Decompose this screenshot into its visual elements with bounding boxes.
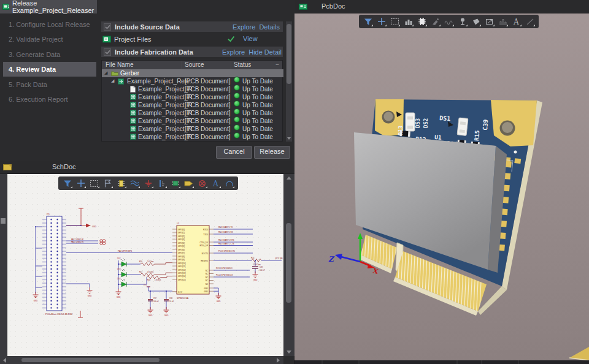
scroll-down-icon[interactable] — [287, 351, 291, 354]
z-axis-arrow-icon — [335, 254, 342, 260]
svg-text:DS3: DS3 — [117, 268, 121, 270]
led-cluster[interactable]: GND DS2 R16 1 KOhm DS3 — [116, 257, 173, 298]
source-checkbox[interactable] — [104, 23, 111, 31]
release-button[interactable]: Release — [254, 146, 290, 159]
svg-text:10 nF: 10 nF — [169, 300, 174, 303]
no-erc-icon[interactable] — [196, 178, 209, 189]
schdoc-vscrollbar[interactable] — [283, 174, 294, 356]
step-review-data[interactable]: 4. Review Data — [3, 62, 96, 77]
fabrication-explore-link[interactable]: Explore — [222, 48, 245, 56]
schdoc-titlebar[interactable]: SchDoc — [0, 161, 294, 174]
fabrication-hide-detail-link[interactable]: Hide Detail — [248, 48, 282, 56]
fabrication-checkbox[interactable] — [104, 48, 111, 56]
col-source[interactable]: Source — [185, 61, 204, 69]
step-execution-report[interactable]: 6. Execution Report — [3, 92, 96, 107]
col-file-name[interactable]: File Name — [106, 61, 134, 69]
source-details-link[interactable]: Details — [259, 23, 280, 31]
filter-icon[interactable] — [361, 16, 374, 27]
room-icon[interactable] — [483, 16, 496, 27]
collapse-all-icon[interactable]: − — [275, 61, 279, 69]
table-row[interactable]: Example_Project_R [PCB Document] Up To D… — [102, 117, 283, 125]
move-icon[interactable] — [74, 178, 87, 189]
schematic-canvas[interactable]: P1 PCIeMini-CN-52-M-R32 GND GND PA12 USB… — [7, 174, 283, 356]
trace-icon[interactable] — [429, 16, 442, 27]
via-icon[interactable] — [456, 16, 469, 27]
gerber-file-icon — [130, 94, 136, 100]
svg-text:GND: GND — [117, 296, 121, 298]
release-scrollbar[interactable] — [286, 21, 292, 142]
x-axis-label: X — [372, 267, 379, 276]
ic-u1[interactable]: U1 SPWF01SA GPIO[0] GPIO[1] GPIO[2] GPIO… — [172, 222, 214, 300]
check-icon — [106, 25, 110, 28]
move-icon[interactable] — [375, 16, 388, 27]
release-dialog-tab[interactable]: Release Example_Project_Releaser — [0, 0, 97, 13]
svg-text:R15: R15 — [251, 257, 255, 259]
plane-icon[interactable] — [469, 16, 482, 27]
scroll-right-icon[interactable] — [277, 358, 280, 363]
part-icon[interactable] — [115, 178, 128, 189]
source-explore-link[interactable]: Explore — [233, 23, 255, 31]
gnd-symbol — [33, 292, 39, 298]
scroll-up-icon[interactable] — [287, 176, 291, 180]
step-configure-local-release[interactable]: 1. Configure Local Release — [3, 17, 96, 32]
table-row[interactable]: ◢ Example_Project_Rele: [PCB Document] U… — [102, 77, 283, 85]
col-status[interactable]: Status — [234, 61, 251, 69]
wire-icon[interactable] — [128, 178, 141, 189]
wf-net: PA4 UPHR WF1 — [66, 250, 172, 253]
measure-icon[interactable] — [496, 16, 509, 27]
filter-icon[interactable] — [61, 178, 74, 189]
pcb-3d-viewport[interactable]: R13 DS3 DS2 DS1 R12 U1 R14 R15 C39 C37 — [294, 13, 589, 364]
component-icon[interactable] — [415, 16, 428, 27]
expand-arrow-icon[interactable]: ◢ — [104, 69, 107, 77]
svg-text:A: A — [513, 18, 519, 26]
svg-text:DS2: DS2 — [117, 257, 121, 260]
schdoc-hscrollbar[interactable] — [0, 356, 283, 364]
pcbdoc-icon — [299, 3, 307, 10]
step-generate-data[interactable]: 3. Generate Data — [3, 47, 96, 62]
pcbdoc-title: PcbDoc — [321, 2, 345, 10]
project-files-view-link[interactable]: View — [243, 35, 258, 42]
table-row[interactable]: Example_Project_R [PCB Document] Up To D… — [102, 101, 283, 109]
folder-row-gerber[interactable]: ◢ Gerber — [102, 69, 283, 77]
svg-text:R16: R16 — [139, 260, 143, 263]
region-icon[interactable] — [388, 16, 401, 27]
table-row[interactable]: Example_Project_R [PCB Document] Up To D… — [102, 109, 283, 117]
signal-icon[interactable] — [442, 16, 455, 27]
table-row[interactable]: Example_Project_R [PCB Document] Up To D… — [102, 93, 283, 101]
status-dot — [234, 77, 239, 82]
probe-icon[interactable] — [155, 178, 168, 189]
file-source: [PCB Document] — [185, 109, 230, 117]
project-files-row[interactable]: Project Files View — [101, 34, 283, 44]
cancel-button[interactable]: Cancel — [216, 146, 252, 159]
component-icon[interactable] — [169, 178, 182, 189]
svg-text:U1: U1 — [434, 134, 442, 141]
text-icon[interactable]: A — [510, 16, 523, 27]
line-icon[interactable] — [523, 16, 536, 27]
step-pack-data[interactable]: 5. Pack Data — [3, 77, 96, 92]
svg-text:GND: GND — [253, 279, 258, 281]
connector-p1[interactable]: P1 PCIeMini-CN-52-M-R32 — [42, 213, 73, 316]
table-row[interactable]: Example_Project_R [PCB Document] Up To D… — [102, 125, 283, 133]
svg-text:C39: C39 — [482, 119, 489, 131]
sheet-symbol-icon[interactable] — [101, 178, 114, 189]
svg-text:P1: P1 — [47, 213, 50, 216]
table-row[interactable]: Example_Project_R [PCB Document] Up To D… — [102, 133, 283, 141]
arc-icon[interactable] — [223, 178, 236, 189]
svg-text:GPIO[14]: GPIO[14] — [178, 275, 186, 278]
text-icon[interactable]: A — [209, 178, 222, 189]
file-status: Up To Date — [242, 101, 273, 109]
step-validate-project[interactable]: 2. Validate Project — [3, 32, 96, 47]
pcb-board-3d[interactable]: R13 DS3 DS2 DS1 R12 U1 R14 R15 C39 C37 — [354, 99, 542, 320]
svg-text:GPIO[8]: GPIO[8] — [178, 256, 185, 258]
svg-text:DS2: DS2 — [423, 118, 429, 128]
ground-icon[interactable] — [142, 178, 155, 189]
scroll-down-icon[interactable] — [287, 137, 291, 140]
region-icon[interactable] — [88, 178, 101, 189]
pcbdoc-titlebar[interactable]: PcbDoc — [294, 0, 589, 13]
table-row[interactable]: Example_Project_R [PCB Document] Up To D… — [102, 85, 283, 93]
net-label-icon[interactable] — [182, 178, 195, 189]
expand-arrow-icon[interactable]: ◢ — [111, 77, 114, 85]
pad-stack-icon[interactable] — [402, 16, 415, 27]
svg-text:SPWF01SA: SPWF01SA — [177, 297, 189, 300]
scroll-left-icon[interactable] — [3, 358, 6, 363]
